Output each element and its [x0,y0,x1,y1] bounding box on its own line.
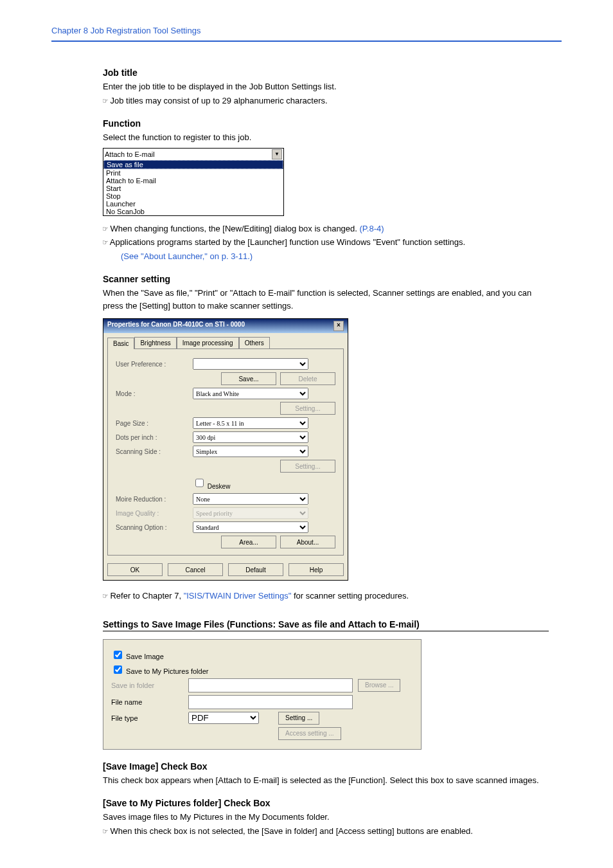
close-icon[interactable]: × [333,321,344,331]
access-setting-button: Access setting ... [278,727,341,740]
pointer-icon: ☞ [103,591,108,601]
function-option-noscanjob[interactable]: No ScanJob [103,208,283,215]
label-file-type: File type [111,714,188,722]
save-settings-panel: Save Image Save to My Pictures folder Sa… [103,639,422,750]
save-image-checkbox-text: This check box appears when [Attach to E… [103,774,549,787]
section-save-my-pictures-checkbox: [Save to My Pictures folder] Check Box [103,798,549,808]
job-title-description: Enter the job title to be displayed in t… [103,80,549,93]
tab-basic[interactable]: Basic [107,338,134,349]
function-option-start[interactable]: Start [103,185,283,192]
scanning-side-select[interactable]: Simplex [193,446,308,457]
scanner-after-note: ☞ Refer to Chapter 7, "ISIS/TWAIN Driver… [103,590,549,602]
section-save-image-files: Settings to Save Image Files (Functions:… [103,619,549,631]
function-note-1-text: When changing functions, the [New/Editin… [110,224,359,233]
help-button[interactable]: Help [289,563,344,576]
cancel-button[interactable]: Cancel [168,563,223,576]
label-file-name: File name [111,698,188,706]
label-mode: Mode : [116,390,193,397]
scanner-note-post: for scanner setting procedures. [291,591,409,601]
function-option-launcher[interactable]: Launcher [103,200,283,208]
tab-others[interactable]: Others [239,337,270,348]
scanner-properties-dialog: Properties for Canon DR-4010C on STI - 0… [103,318,348,581]
link-launcher[interactable]: (See "About Launcher," on p. 3-11.) [121,251,253,261]
user-pref-select[interactable] [193,358,308,370]
label-image-quality: Image Quality : [116,510,193,517]
label-moire: Moire Reduction : [116,496,193,503]
label-user-pref: User Preference : [116,361,193,368]
function-option-save-as-file[interactable]: Save as file [103,160,283,169]
chevron-down-icon[interactable]: ▼ [272,149,282,159]
tab-brightness[interactable]: Brightness [134,337,176,348]
function-option-attach-email[interactable]: Attach to E-mail [103,177,283,185]
side-setting-button: Setting... [280,460,335,473]
moire-select[interactable]: None [193,493,308,505]
area-button[interactable]: Area... [221,536,276,548]
save-in-folder-input [188,678,353,692]
save-my-pictures-text: Saves image files to My Pictures in the … [103,811,549,824]
function-option-print[interactable]: Print [103,169,283,177]
mode-setting-button: Setting... [280,402,335,415]
image-quality-select: Speed priority [193,507,308,519]
scanner-note-pre: Refer to Chapter 7, [110,591,183,601]
deskew-checkbox[interactable]: Deskew [193,475,230,491]
job-title-note: ☞ Job titles may consist of up to 29 alp… [103,95,549,107]
label-page-size: Page Size : [116,420,193,427]
pointer-icon: ☞ [103,826,108,836]
default-button[interactable]: Default [228,563,283,576]
link-p8-4[interactable]: (P.8-4) [360,224,384,233]
tab-image-processing[interactable]: Image processing [177,337,239,348]
ok-button[interactable]: OK [107,563,163,576]
section-scanner-setting: Scanner setting [103,274,549,284]
section-job-title: Job title [103,68,549,78]
scanner-description: When the "Save as file," "Print" or "Att… [103,287,549,312]
delete-button: Delete [280,372,335,385]
function-dropdown-value: Attach to E-mail [105,150,155,158]
chapter-header: Chapter 8 Job Registration Tool Settings [51,26,562,42]
label-dpi: Dots per inch : [116,434,193,441]
function-dropdown[interactable]: Attach to E-mail ▼ Save as file Print At… [103,148,284,216]
function-note-1: ☞ When changing functions, the [New/Edit… [103,222,549,235]
save-button[interactable]: Save... [221,372,276,385]
save-my-pictures-note: ☞ When this check box is not selected, t… [103,825,549,838]
file-name-input[interactable] [188,695,353,709]
pointer-icon: ☞ [103,96,108,105]
section-save-image-checkbox: [Save Image] Check Box [103,761,549,772]
section-function: Function [103,118,549,129]
page-size-select[interactable]: Letter - 8.5 x 11 in [193,417,308,429]
file-type-select[interactable]: PDF [188,712,259,724]
save-my-pictures-note-text: When this check box is not selected, the… [110,826,472,836]
function-note-2: ☞ Applications programs started by the [… [103,236,549,249]
pointer-icon: ☞ [103,224,108,233]
function-description: Select the function to register to this … [103,131,549,144]
function-note-2-text: Applications programs started by the [La… [110,237,465,247]
about-button[interactable]: About... [280,536,335,548]
link-isis-twain[interactable]: "ISIS/TWAIN Driver Settings" [184,591,292,601]
file-type-setting-button[interactable]: Setting ... [278,712,319,725]
mode-select[interactable]: Black and White [193,388,308,399]
job-title-note-text: Job titles may consist of up to 29 alpha… [110,96,327,105]
label-scanning-side: Scanning Side : [116,448,193,455]
browse-button: Browse ... [358,679,400,692]
save-to-my-pictures-checkbox[interactable]: Save to My Pictures folder [111,664,208,676]
function-option-stop[interactable]: Stop [103,192,283,200]
label-scanning-option: Scanning Option : [116,524,193,531]
pointer-icon: ☞ [103,237,108,247]
dialog-title: Properties for Canon DR-4010C on STI - 0… [107,321,245,331]
dpi-select[interactable]: 300 dpi [193,431,308,443]
label-save-in-folder: Save in folder [111,682,188,689]
save-image-checkbox[interactable]: Save Image [111,649,164,661]
scanning-option-select[interactable]: Standard [193,521,308,533]
